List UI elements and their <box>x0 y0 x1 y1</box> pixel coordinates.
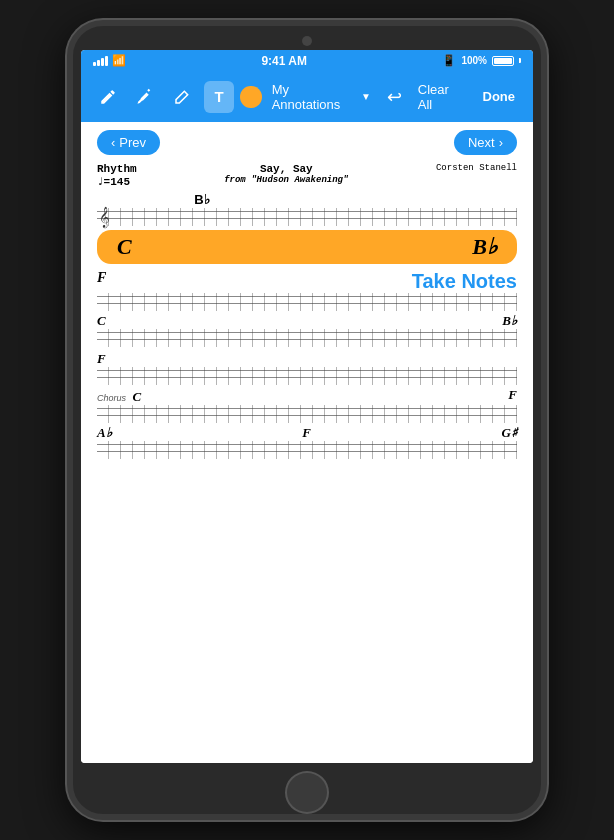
tablet-device: 📶 9:41 AM 📱 100% <box>67 20 547 820</box>
front-camera-icon <box>302 36 312 46</box>
next-icon: › <box>499 135 503 150</box>
screen: 📶 9:41 AM 📱 100% <box>81 50 533 763</box>
status-bar: 📶 9:41 AM 📱 100% <box>81 50 533 72</box>
status-left: 📶 <box>93 54 126 67</box>
sheet-music-area: Rhythm ♩=145 Say, Say from "Hudson Awake… <box>81 163 533 763</box>
highlight-bar: C B♭ <box>97 230 517 264</box>
annotations-label: My Annotations <box>272 82 357 112</box>
staff-line-2 <box>97 293 517 311</box>
song-title-right: Corsten Stanell <box>436 163 517 173</box>
staff-line-3 <box>97 329 517 347</box>
eraser-tool-button[interactable] <box>167 81 198 113</box>
pen-tool-button[interactable] <box>93 81 124 113</box>
battery-percent: 100% <box>461 55 487 66</box>
annotations-menu-button[interactable]: My Annotations ▼ <box>272 82 371 112</box>
home-button[interactable] <box>285 771 329 814</box>
navigation-row: ‹ Prev Next › <box>81 122 533 163</box>
next-label: Next <box>468 135 495 150</box>
battery-tip <box>519 58 521 63</box>
chord-label-f4: F <box>302 425 311 441</box>
undo-button[interactable]: ↩ <box>383 82 406 112</box>
highlight-chord-right: B♭ <box>472 234 497 260</box>
bluetooth-icon: 📱 <box>442 54 456 67</box>
section-last-area: A♭ F G♯ <box>97 425 517 459</box>
wifi-icon: 📶 <box>112 54 126 67</box>
main-content: ‹ Prev Next › Rhythm ♩=145 <box>81 122 533 763</box>
take-notes-label: Take Notes <box>412 270 517 293</box>
prev-label: Prev <box>119 135 146 150</box>
annotations-chevron-icon: ▼ <box>361 91 371 102</box>
first-staff-row: B♭ 𝄞 <box>97 192 517 226</box>
treble-clef-icon: 𝄞 <box>99 206 110 227</box>
clear-all-button[interactable]: Clear All <box>412 78 471 116</box>
undo-icon: ↩ <box>387 87 402 107</box>
song-header: Rhythm ♩=145 Say, Say from "Hudson Awake… <box>97 163 517 188</box>
song-title-center: Say, Say from "Hudson Awakening" <box>224 163 348 185</box>
annotation-toolbar: T My Annotations ▼ ↩ Clear All Done <box>81 72 533 122</box>
status-right: 📱 100% <box>442 54 521 67</box>
status-time: 9:41 AM <box>261 54 307 68</box>
song-title-left: Rhythm ♩=145 <box>97 163 137 188</box>
staff-line-5 <box>97 405 517 423</box>
chord-label-ab: A♭ <box>97 425 112 441</box>
chord-label-bb1: B♭ <box>502 313 517 329</box>
key-signature: B♭ <box>97 192 517 207</box>
staff-line-6 <box>97 441 517 459</box>
text-tool-button[interactable]: T <box>204 81 235 113</box>
staff-line-4 <box>97 367 517 385</box>
chord-label-c1: C <box>97 313 106 329</box>
signal-icon <box>93 56 108 66</box>
chord-label-c2: C <box>132 389 141 404</box>
next-button[interactable]: Next › <box>454 130 517 155</box>
section-f-area: F Take Notes <box>97 270 517 311</box>
prev-icon: ‹ <box>111 135 115 150</box>
staff-line-1: 𝄞 <box>97 208 517 226</box>
chord-label-f3: F <box>508 387 517 405</box>
chord-label-f2: F <box>97 351 106 366</box>
color-picker-button[interactable] <box>240 86 261 108</box>
done-button[interactable]: Done <box>477 85 522 108</box>
chord-label-gs: G♯ <box>502 425 517 441</box>
highlighter-tool-button[interactable] <box>130 81 161 113</box>
chord-label-f: F <box>97 270 106 286</box>
prev-button[interactable]: ‹ Prev <box>97 130 160 155</box>
text-tool-icon: T <box>214 88 223 105</box>
battery-icon <box>492 56 514 66</box>
chorus-prefix: Chorus <box>97 393 126 403</box>
section-f2-area: F <box>97 349 517 385</box>
section-chorus-area: Chorus C F <box>97 387 517 423</box>
highlight-chord-left: C <box>117 234 132 260</box>
section-c-area: C B♭ <box>97 313 517 347</box>
